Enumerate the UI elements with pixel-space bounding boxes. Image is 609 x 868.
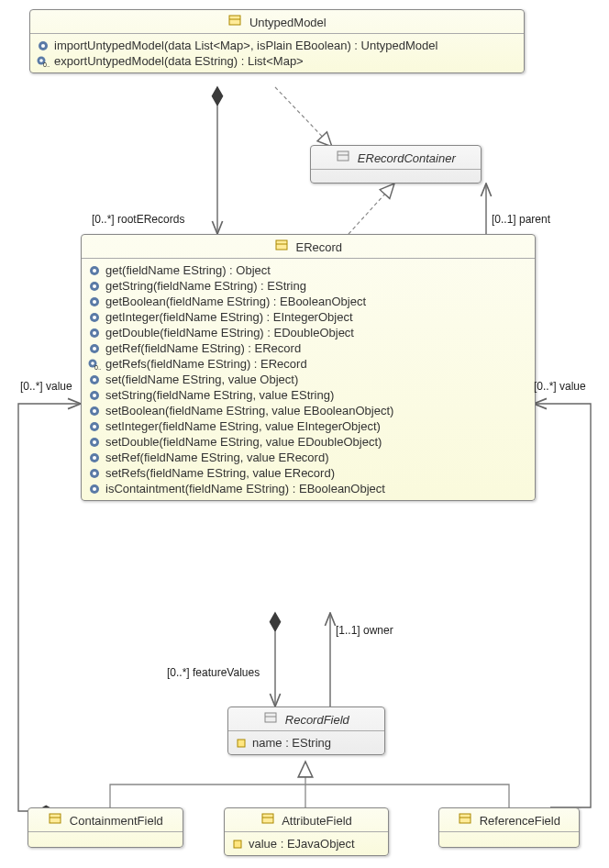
class-icon	[458, 812, 472, 825]
svg-rect-47	[262, 814, 273, 823]
operation-icon	[87, 421, 102, 432]
svg-point-31	[93, 409, 96, 413]
label-featurevalues: [0..*] featureValues	[167, 666, 260, 679]
attribute-text: value : EJavaObject	[249, 837, 355, 851]
class-name: ContainmentField	[70, 814, 163, 828]
operation-multi-icon: 0..*	[87, 359, 102, 370]
operation-text: setBoolean(fieldName EString, value EBoo…	[105, 404, 393, 417]
class-title: ReferenceField	[439, 808, 579, 832]
class-icon	[260, 812, 275, 825]
label-value-right: [0..*] value	[534, 380, 586, 393]
svg-point-29	[93, 394, 96, 397]
label-parent: [0..1] parent	[492, 213, 550, 226]
operation-icon	[87, 296, 102, 307]
class-name: ERecordContainer	[358, 151, 456, 165]
label-owner: [1..1] owner	[336, 624, 393, 637]
operation-row: importUntypedModel(data List<Map>, isPla…	[36, 38, 518, 53]
operation-text: setRefs(fieldName EString, value ERecord…	[105, 466, 335, 480]
class-icon	[48, 812, 62, 825]
operation-multi-icon: 0..*	[36, 56, 50, 67]
abstract-class-icon	[336, 150, 350, 162]
svg-text:0..*: 0..*	[94, 364, 101, 370]
operation-icon	[87, 374, 102, 385]
class-title: ContainmentField	[28, 808, 183, 832]
svg-point-3	[41, 44, 45, 48]
attribute-icon	[234, 738, 249, 749]
svg-text:0..*: 0..*	[43, 61, 50, 67]
class-attributefield: AttributeField value : EJavaObject	[224, 807, 389, 856]
svg-point-16	[93, 300, 96, 304]
svg-rect-9	[276, 240, 287, 250]
operation-text: setString(fieldName EString, value EStri…	[105, 388, 334, 402]
operation-row: setInteger(fieldName EString, value EInt…	[87, 418, 529, 434]
abstract-class-icon	[263, 711, 278, 724]
svg-rect-45	[50, 814, 61, 823]
operation-icon	[87, 390, 102, 401]
operation-row: setBoolean(fieldName EString, value EBoo…	[87, 403, 529, 418]
operation-text: getDouble(fieldName EString) : EDoubleOb…	[105, 326, 354, 339]
operation-icon	[87, 328, 102, 339]
svg-point-41	[93, 487, 96, 491]
class-name: ReferenceField	[480, 814, 560, 828]
operation-icon	[87, 437, 102, 448]
svg-point-18	[93, 316, 96, 319]
operation-icon	[87, 265, 102, 276]
class-ops: get(fieldName EString) : ObjectgetString…	[82, 259, 535, 500]
label-rooterecords: [0..*] rootERecords	[92, 213, 184, 226]
operation-text: getRef(fieldName EString) : ERecord	[105, 341, 301, 355]
operation-row: getInteger(fieldName EString) : EInteger…	[87, 309, 529, 325]
class-name: RecordField	[285, 713, 349, 727]
operation-row: set(fieldName EString, value Object)	[87, 372, 529, 387]
operation-row: isContaintment(fieldName EString) : EBoo…	[87, 481, 529, 496]
operation-text: getRefs(fieldName EString) : ERecord	[105, 357, 307, 371]
operation-row: getRef(fieldName EString) : ERecord	[87, 340, 529, 356]
operation-icon	[87, 281, 102, 292]
operation-icon	[87, 312, 102, 323]
operation-row: getString(fieldName EString) : EString	[87, 278, 529, 294]
class-title: RecordField	[228, 707, 384, 731]
svg-rect-44	[238, 740, 245, 747]
class-icon	[274, 239, 289, 251]
class-name: AttributeField	[282, 814, 352, 828]
class-name: UntypedModel	[249, 16, 327, 29]
class-attrs: name : EString	[228, 731, 384, 754]
operation-row: 0..* exportUntypedModel(data EString) : …	[36, 53, 518, 69]
svg-point-20	[93, 331, 96, 335]
class-icon	[227, 14, 242, 27]
svg-rect-50	[460, 814, 471, 823]
operation-text: importUntypedModel(data List<Map>, isPla…	[54, 39, 437, 52]
svg-point-12	[93, 269, 96, 273]
operation-icon	[87, 468, 102, 479]
operation-text: set(fieldName EString, value Object)	[105, 373, 298, 386]
operation-row: setString(fieldName EString, value EStri…	[87, 387, 529, 403]
svg-rect-7	[338, 151, 349, 161]
operation-row: getBoolean(fieldName EString) : EBoolean…	[87, 294, 529, 309]
operation-text: setRef(fieldName EString, value ERecord)	[105, 451, 329, 464]
svg-rect-49	[234, 840, 241, 848]
operation-row: setRefs(fieldName EString, value ERecord…	[87, 465, 529, 481]
svg-point-37	[93, 456, 96, 460]
attribute-row: name : EString	[234, 735, 379, 751]
class-title: ERecordContainer	[311, 146, 481, 170]
class-referencefield: ReferenceField	[438, 807, 580, 848]
class-containmentfield: ContainmentField	[28, 807, 183, 848]
svg-point-27	[93, 378, 96, 382]
operation-icon	[87, 452, 102, 463]
operation-icon	[87, 406, 102, 417]
operation-text: getString(fieldName EString) : EString	[105, 279, 306, 293]
svg-point-39	[93, 472, 96, 475]
class-untypedmodel: UntypedModel importUntypedModel(data Lis…	[29, 9, 525, 73]
class-attrs: value : EJavaObject	[225, 832, 388, 855]
label-value-left: [0..*] value	[20, 380, 72, 393]
operation-icon	[87, 343, 102, 354]
svg-rect-42	[265, 713, 276, 722]
class-erecord: ERecord get(fieldName EString) : Objectg…	[81, 234, 536, 501]
operation-icon	[36, 40, 50, 51]
operation-row: setRef(fieldName EString, value ERecord)	[87, 450, 529, 465]
operation-text: getBoolean(fieldName EString) : EBoolean…	[105, 295, 366, 308]
class-erecordcontainer: ERecordContainer	[310, 145, 482, 184]
svg-point-35	[93, 440, 96, 444]
class-recordfield: RecordField name : EString	[227, 707, 385, 755]
svg-point-33	[93, 425, 96, 428]
svg-point-14	[93, 284, 96, 288]
